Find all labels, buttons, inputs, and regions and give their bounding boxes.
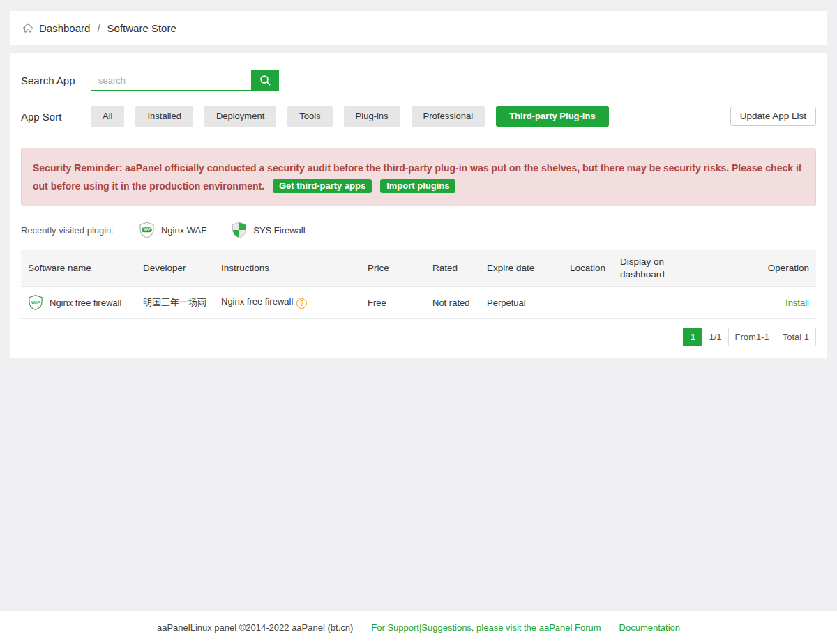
tab-tools[interactable]: Tools — [287, 106, 332, 127]
search-button[interactable] — [251, 70, 279, 91]
software-store-panel: Search App App Sort All Installed Deploy… — [10, 53, 827, 358]
tab-third-party-plug-ins[interactable]: Third-party Plug-ins — [496, 106, 609, 127]
footer: aaPanelLinux panel ©2014-2022 aaPanel (b… — [0, 611, 837, 644]
recently-visited-label: Recently visited plugin: — [21, 225, 114, 236]
tab-professional[interactable]: Professional — [412, 106, 485, 127]
table-row: WAF Nginx free firewall 明国三年一场雨 Nginx fr… — [21, 287, 816, 319]
help-question-icon[interactable]: ? — [296, 298, 307, 309]
app-sort-row: App Sort All Installed Deployment Tools … — [21, 106, 816, 127]
software-name: Nginx free firewall — [50, 298, 121, 308]
price-value: Free — [361, 287, 425, 319]
breadcrumb-separator: / — [97, 22, 100, 34]
firewall-shield-icon — [232, 222, 247, 238]
col-operation: Operation — [690, 250, 816, 287]
install-link[interactable]: Install — [785, 298, 809, 308]
app-sort-tabs: All Installed Deployment Tools Plug-ins … — [91, 106, 609, 127]
recent-plugin-nginx-waf[interactable]: WAF Nginx WAF — [139, 222, 206, 238]
col-expire-date: Expire date — [480, 250, 563, 287]
update-app-list-button[interactable]: Update App List — [730, 107, 816, 126]
pagination: 1 1/1 From1-1 Total 1 — [21, 328, 816, 346]
page-info: 1/1 — [702, 328, 728, 346]
import-plugins-button[interactable]: Import plugins — [380, 179, 455, 193]
page-number-current[interactable]: 1 — [683, 328, 702, 346]
rated-value: Not rated — [425, 287, 480, 319]
search-icon — [259, 74, 272, 87]
search-app-label: Search App — [21, 75, 91, 86]
page-range: From1-1 — [728, 328, 776, 346]
col-price: Price — [361, 250, 425, 287]
search-row: Search App — [21, 70, 816, 91]
breadcrumb-current-page: Software Store — [107, 22, 176, 34]
expire-date-value: Perpetual — [480, 287, 563, 319]
breadcrumb: Dashboard / Software Store — [10, 11, 827, 45]
instructions-text: Nginx free firewall — [221, 296, 293, 307]
col-display-on-dashboard: Display on dashboard — [613, 250, 690, 287]
tab-deployment[interactable]: Deployment — [204, 106, 276, 127]
location-value — [563, 287, 613, 319]
breadcrumb-dashboard-link[interactable]: Dashboard — [39, 22, 90, 34]
get-third-party-apps-button[interactable]: Get third-party apps — [273, 179, 372, 193]
footer-forum-link[interactable]: For Support|Suggestions, please visit th… — [371, 622, 601, 633]
table-header-row: Software name Developer Instructions Pri… — [21, 250, 816, 287]
home-icon — [22, 22, 34, 34]
display-on-dashboard-value — [613, 287, 690, 319]
software-table: Software name Developer Instructions Pri… — [21, 250, 816, 319]
developer-name: 明国三年一场雨 — [136, 287, 214, 319]
app-sort-label: App Sort — [21, 111, 91, 123]
tab-all[interactable]: All — [91, 106, 124, 127]
nginx-waf-app-icon: WAF — [28, 294, 43, 311]
svg-text:WAF: WAF — [31, 300, 40, 305]
recent-plugin-name: SYS Firewall — [253, 225, 305, 236]
search-input[interactable] — [91, 70, 251, 91]
col-location: Location — [563, 250, 613, 287]
col-instructions: Instructions — [214, 250, 361, 287]
footer-copyright: aaPanelLinux panel ©2014-2022 aaPanel (b… — [157, 622, 353, 633]
svg-text:WAF: WAF — [143, 228, 150, 231]
security-reminder-banner: Security Reminder: aaPanel officially co… — [21, 148, 816, 206]
col-rated: Rated — [425, 250, 480, 287]
col-software-name: Software name — [21, 250, 136, 287]
recent-plugin-sys-firewall[interactable]: SYS Firewall — [232, 222, 305, 238]
tab-plug-ins[interactable]: Plug-ins — [344, 106, 400, 127]
col-developer: Developer — [136, 250, 214, 287]
tab-installed[interactable]: Installed — [135, 106, 193, 127]
page-total: Total 1 — [776, 328, 816, 346]
waf-shield-icon: WAF — [139, 222, 155, 238]
recent-plugin-name: Nginx WAF — [161, 225, 206, 236]
recently-visited-row: Recently visited plugin: WAF Nginx WAF — [21, 222, 816, 238]
footer-documentation-link[interactable]: Documentation — [619, 622, 680, 633]
